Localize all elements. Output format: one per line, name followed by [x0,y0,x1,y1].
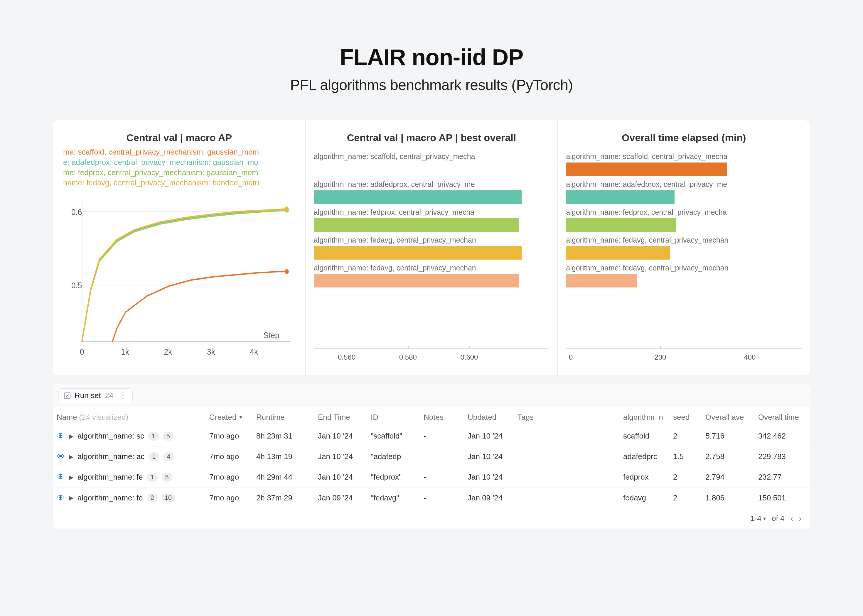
col-algorithm[interactable]: algorithm_n [623,413,673,422]
xtick-3k: 3k [207,346,215,357]
series-line [112,272,287,341]
p3-tick1: 0 [569,353,573,361]
kebab-icon[interactable]: ⋮ [118,391,127,401]
bar-fill [566,162,727,176]
visibility-toggle-icon[interactable]: 👁 [57,472,65,482]
table-row[interactable]: 👁▶algorithm_name: fe157mo ago4h 29m 44Ja… [53,467,810,487]
runset-checkbox[interactable]: ✓ [64,393,71,399]
p3-tick3: 400 [744,353,756,361]
bar-row: algorithm_name: scaffold, central_privac… [566,152,802,176]
cell-seed: 2 [673,493,706,503]
cell-id: "adafedp [371,452,424,461]
cell-otime: 342.462 [758,432,810,441]
series-line [82,209,287,342]
panel-time-elapsed[interactable]: Overall time elapsed (min) algorithm_nam… [558,120,810,375]
page-title: FLAIR non-iid DP [53,44,810,71]
pager-prev[interactable]: ‹ [790,514,793,523]
table-row[interactable]: 👁▶algorithm_name: fe2107mo ago2h 37m 29J… [53,487,810,508]
bar-fill [314,246,521,259]
panel1-title: Central val | macro AP [61,132,297,143]
col-created[interactable]: Created▼ [209,413,256,422]
series-line [82,210,287,342]
cell-otime: 150.501 [758,493,810,503]
col-overall-ave[interactable]: Overall ave [706,413,758,422]
panel2-title: Central val | macro AP | best overall [314,132,550,143]
count-pill: 10 [162,493,175,502]
xtick-2k: 2k [164,346,172,357]
cell-updated: Jan 10 '24 [468,432,518,441]
xtick-0: 0 [80,346,84,357]
table-row[interactable]: 👁▶algorithm_name: ac147mo ago4h 13m 19Ja… [53,446,810,467]
cell-endtime: Jan 10 '24 [318,452,371,461]
cell-endtime: Jan 10 '24 [318,473,371,482]
run-name: algorithm_name: fe [77,473,143,482]
col-notes[interactable]: Notes [424,413,468,422]
count-pill: 4 [163,452,174,461]
col-runtime[interactable]: Runtime [256,413,318,422]
visibility-toggle-icon[interactable]: 👁 [57,452,65,461]
runset-tab[interactable]: ✓ Run set 24 ⋮ [58,388,133,403]
cell-notes: - [424,473,468,482]
bar-label: algorithm_name: fedavg, central_privacy_… [314,236,550,244]
col-name-muted: (24 visualized) [79,413,129,421]
panel3-title: Overall time elapsed (min) [566,132,802,143]
bar-fill [314,190,521,204]
cell-runtime: 4h 29m 44 [256,473,318,482]
count-pill: 5 [163,432,173,441]
col-tags[interactable]: Tags [518,413,623,422]
ytick-0.6: 0.6 [71,207,82,217]
cell-algo: scaffold [623,432,673,441]
cell-oave: 2.758 [706,452,758,461]
panel2-bars: algorithm_name: scaffold, central_privac… [314,147,550,345]
bar-label: algorithm_name: adafedprox, central_priv… [566,180,802,189]
panels-row: Central val | macro AP me: scaffold, cen… [53,120,810,375]
visibility-toggle-icon[interactable]: 👁 [57,431,65,441]
series-line [82,210,287,342]
series-endpoint [285,269,289,274]
run-name: algorithm_name: ac [77,452,145,461]
col-name[interactable]: Name [57,413,77,421]
ytick-0.5: 0.5 [71,280,82,291]
bar-label: algorithm_name: adafedprox, central_priv… [314,180,550,189]
bar-fill [566,190,674,204]
bar-fill [566,246,669,259]
bar-row: algorithm_name: scaffold, central_privac… [314,152,550,176]
cell-id: "scaffold" [371,432,424,441]
bar-label: algorithm_name: fedprox, central_privacy… [566,208,802,217]
count-pill: 1 [147,473,157,482]
cell-endtime: Jan 09 '24 [318,493,371,503]
p2-tick2: 0.580 [399,353,417,361]
expand-caret-icon[interactable]: ▶ [69,494,73,501]
expand-caret-icon[interactable]: ▶ [69,474,73,481]
legend-scaffold: me: scaffold, central_privacy_mechanism:… [63,147,295,157]
col-id[interactable]: ID [371,413,424,422]
panel2-axis: 0.560 0.580 0.600 [314,349,550,369]
col-seed[interactable]: seed [673,413,706,422]
bar-row: algorithm_name: fedavg, central_privacy_… [566,236,802,259]
cell-created: 7mo ago [209,432,256,441]
cell-algo: fedavg [623,493,673,503]
table-row[interactable]: 👁▶algorithm_name: sc157mo ago8h 23m 31Ja… [53,426,810,446]
p3-tick2: 200 [654,353,666,361]
cell-created: 7mo ago [209,493,256,503]
p2-tick3: 0.600 [460,353,478,361]
sort-caret-icon: ▼ [238,414,244,420]
p2-tick1: 0.560 [338,353,356,361]
panel-line-chart[interactable]: Central val | macro AP me: scaffold, cen… [53,120,306,375]
col-updated[interactable]: Updated [468,413,518,422]
pager-next[interactable]: › [799,514,802,523]
cell-seed: 2 [673,432,706,441]
panel-best-overall[interactable]: Central val | macro AP | best overall al… [306,120,558,375]
bar-label: algorithm_name: fedavg, central_privacy_… [566,236,802,244]
col-endtime[interactable]: End Time [318,413,371,422]
runset-count: 24 [105,391,113,400]
cell-seed: 1.5 [673,452,706,461]
col-overall-time[interactable]: Overall time [758,413,810,422]
pager-range[interactable]: 1-4 ▾ [750,514,766,523]
expand-caret-icon[interactable]: ▶ [69,433,73,440]
cell-oave: 5.716 [706,432,758,441]
pager: 1-4 ▾ of 4 ‹ › [53,508,810,529]
expand-caret-icon[interactable]: ▶ [69,453,73,460]
visibility-toggle-icon[interactable]: 👁 [57,493,65,503]
bar-label: algorithm_name: scaffold, central_privac… [314,152,550,161]
